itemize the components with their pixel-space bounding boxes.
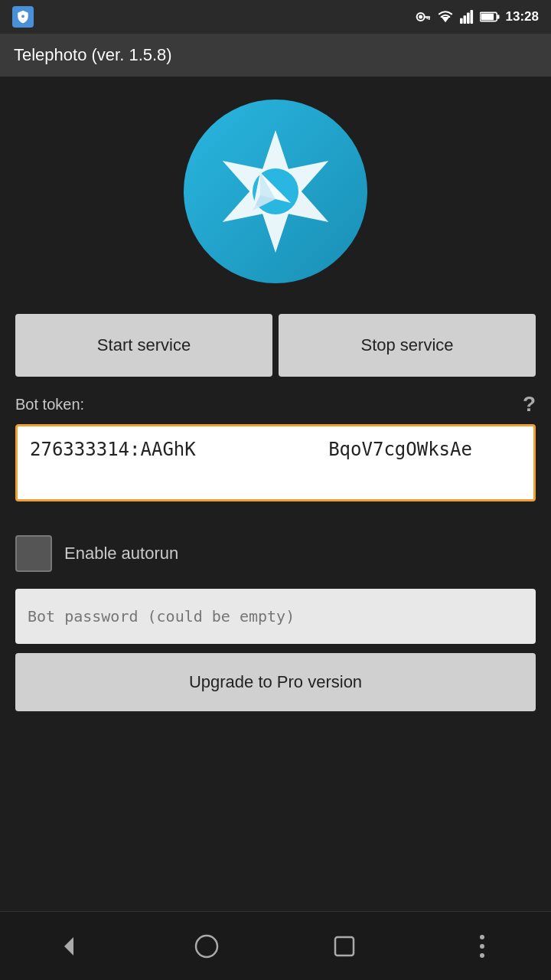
status-bar-right: 13:28 [416,9,539,24]
start-service-button[interactable]: Start service [15,314,272,377]
nav-bar [0,911,551,980]
aperture-logo-svg [191,107,360,276]
upgrade-button[interactable]: Upgrade to Pro version [15,653,536,711]
autorun-checkbox[interactable] [15,535,52,572]
more-icon [478,933,486,960]
svg-rect-20 [335,937,354,956]
nav-back-button[interactable] [38,923,99,969]
status-bar: 13:28 [0,0,551,34]
svg-point-2 [419,15,422,19]
svg-point-23 [480,953,484,958]
stop-service-button[interactable]: Stop service [279,314,536,377]
autorun-row: Enable autorun [15,535,536,572]
help-icon[interactable]: ? [523,392,536,416]
nav-more-button[interactable] [452,923,513,969]
status-bar-left [12,6,34,28]
svg-marker-18 [64,937,73,956]
recent-icon [332,934,357,959]
app-logo [184,100,367,283]
bot-password-input[interactable] [15,589,536,644]
nav-home-button[interactable] [176,923,237,969]
svg-rect-3 [423,16,429,18]
svg-point-21 [480,935,484,939]
home-icon [193,933,220,960]
svg-point-19 [196,936,217,957]
service-buttons-row: Start service Stop service [15,314,536,377]
svg-rect-8 [463,15,466,24]
svg-point-0 [21,15,24,18]
autorun-label: Enable autorun [64,544,178,564]
bot-token-wrapper: 276333314:AAGhK BqoV7cgOWksAe [15,424,536,520]
svg-marker-6 [441,17,449,22]
title-bar: Telephoto (ver. 1.5.8) [0,34,551,77]
bot-token-header: Bot token: ? [15,392,536,416]
svg-rect-4 [428,18,429,20]
svg-rect-7 [460,18,463,24]
bot-token-input[interactable]: 276333314:AAGhK BqoV7cgOWksAe [15,424,536,501]
svg-rect-13 [481,14,494,20]
svg-rect-9 [467,13,470,24]
main-content: Start service Stop service Bot token: ? … [0,77,551,911]
bot-token-label: Bot token: [15,396,84,413]
app-title: Telephoto (ver. 1.5.8) [14,45,172,65]
shield-icon [12,6,34,28]
nav-recent-button[interactable] [314,923,375,969]
svg-rect-10 [470,10,473,24]
back-icon [55,933,83,960]
status-time: 13:28 [506,9,539,24]
svg-rect-12 [497,15,499,19]
svg-point-22 [480,944,484,949]
svg-rect-5 [426,18,428,19]
